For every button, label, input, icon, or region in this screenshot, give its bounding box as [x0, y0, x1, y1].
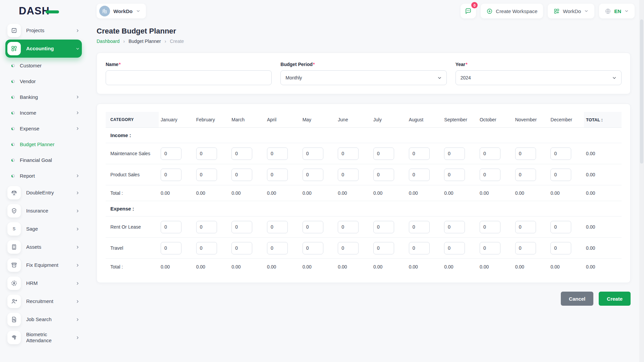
- chevron-down-icon: [136, 9, 141, 13]
- sidebar-item-label: HRM: [26, 280, 73, 286]
- budget-input-rent-or-lease-april[interactable]: [267, 221, 288, 233]
- budget-input-maintenance-sales-february[interactable]: [196, 147, 217, 160]
- budget-input-travel-august[interactable]: [409, 242, 430, 254]
- section-row-expense: Expense :: [106, 201, 622, 217]
- sidebar-item-budget-planner[interactable]: Budget Planner: [5, 136, 82, 152]
- sidebar-item-accounting[interactable]: Accounting: [5, 40, 82, 58]
- sidebar-item-expense[interactable]: Expense: [5, 121, 82, 136]
- name-input[interactable]: [106, 70, 272, 85]
- breadcrumb-dashboard[interactable]: Dashboard: [97, 39, 120, 44]
- budget-input-rent-or-lease-february[interactable]: [196, 221, 217, 233]
- sidebar-item-sage[interactable]: SSage: [5, 220, 82, 238]
- budget-input-product-sales-november[interactable]: [515, 169, 536, 181]
- budget-input-rent-or-lease-june[interactable]: [338, 221, 359, 233]
- sidebar-item-projects[interactable]: Projects: [5, 21, 82, 40]
- budget-input-product-sales-december[interactable]: [550, 169, 571, 181]
- budget-input-product-sales-may[interactable]: [303, 169, 323, 181]
- budget-input-travel-march[interactable]: [231, 242, 252, 254]
- messages-button[interactable]: 0: [461, 4, 476, 18]
- cancel-button[interactable]: Cancel: [561, 292, 593, 306]
- total-label: Total :: [106, 190, 159, 196]
- budget-input-rent-or-lease-october[interactable]: [480, 221, 500, 233]
- budget-period-select[interactable]: Monthly: [280, 70, 446, 85]
- budget-input-product-sales-april[interactable]: [267, 169, 288, 181]
- app-switcher-button[interactable]: WorkDo: [548, 4, 594, 18]
- topbar: DASH WorkDo 0 Create Workspace WorkDo: [0, 0, 639, 19]
- budget-input-maintenance-sales-january[interactable]: [161, 147, 181, 160]
- budget-input-maintenance-sales-july[interactable]: [373, 147, 394, 160]
- budget-input-product-sales-july[interactable]: [373, 169, 394, 181]
- month-input-cell: [336, 147, 371, 160]
- budget-input-maintenance-sales-june[interactable]: [338, 147, 359, 160]
- budget-input-maintenance-sales-december[interactable]: [550, 147, 571, 160]
- budget-input-travel-may[interactable]: [303, 242, 323, 254]
- budget-input-product-sales-january[interactable]: [161, 169, 181, 181]
- budget-input-maintenance-sales-october[interactable]: [480, 147, 500, 160]
- workspace-selector[interactable]: WorkDo: [97, 4, 146, 18]
- create-workspace-button[interactable]: Create Workspace: [481, 4, 543, 18]
- budget-input-travel-june[interactable]: [338, 242, 359, 254]
- budget-input-maintenance-sales-may[interactable]: [303, 147, 323, 160]
- budget-input-rent-or-lease-september[interactable]: [444, 221, 465, 233]
- budget-row-product-sales: Product Sales0.00: [106, 164, 622, 185]
- budget-input-travel-september[interactable]: [444, 242, 465, 254]
- budget-input-travel-december[interactable]: [550, 242, 571, 254]
- create-button[interactable]: Create: [599, 292, 631, 306]
- budget-input-rent-or-lease-march[interactable]: [231, 221, 252, 233]
- budget-input-travel-february[interactable]: [196, 242, 217, 254]
- sidebar-item-vendor[interactable]: Vendor: [5, 73, 82, 89]
- budget-input-maintenance-sales-august[interactable]: [409, 147, 430, 160]
- sidebar-item-hrm[interactable]: HRM: [5, 274, 82, 292]
- sidebar-item-report[interactable]: Report: [5, 168, 82, 184]
- budget-input-travel-october[interactable]: [480, 242, 500, 254]
- scrollbar-track[interactable]: [639, 0, 644, 362]
- budget-input-travel-july[interactable]: [373, 242, 394, 254]
- workspace-name: WorkDo: [113, 8, 132, 14]
- brand-logo[interactable]: DASH: [19, 5, 97, 17]
- scrollbar-thumb[interactable]: [640, 19, 643, 164]
- budget-input-product-sales-february[interactable]: [196, 169, 217, 181]
- month-input-cell: [478, 242, 513, 254]
- month-input-cell: [265, 242, 301, 254]
- budget-input-travel-april[interactable]: [267, 242, 288, 254]
- sidebar-item-income[interactable]: Income: [5, 105, 82, 121]
- sidebar-item-recruitment[interactable]: Recruitment: [5, 292, 82, 310]
- budget-input-rent-or-lease-july[interactable]: [373, 221, 394, 233]
- budget-input-maintenance-sales-april[interactable]: [267, 147, 288, 160]
- required-mark: *: [466, 62, 467, 67]
- budget-input-maintenance-sales-november[interactable]: [515, 147, 536, 160]
- budget-input-rent-or-lease-may[interactable]: [303, 221, 323, 233]
- budget-input-maintenance-sales-september[interactable]: [444, 147, 465, 160]
- sidebar-item-financial-goal[interactable]: Financial Goal: [5, 152, 82, 168]
- sidebar-item-fix-equipment[interactable]: Fix Equipment: [5, 256, 82, 274]
- budget-input-maintenance-sales-march[interactable]: [231, 147, 252, 160]
- budget-input-product-sales-june[interactable]: [338, 169, 359, 181]
- year-select[interactable]: 2024: [455, 70, 622, 85]
- budget-input-rent-or-lease-december[interactable]: [550, 221, 571, 233]
- month-total: 0.00: [548, 264, 584, 269]
- budget-input-product-sales-march[interactable]: [231, 169, 252, 181]
- budget-input-product-sales-september[interactable]: [444, 169, 465, 181]
- sidebar-item-doubleentry[interactable]: DoubleEntry: [5, 184, 82, 202]
- month-header-march: March: [229, 112, 265, 127]
- sidebar-item-job-search[interactable]: Job Search: [5, 310, 82, 328]
- budget-input-rent-or-lease-november[interactable]: [515, 221, 536, 233]
- sidebar-item-customer[interactable]: Customer: [5, 58, 82, 73]
- budget-input-product-sales-august[interactable]: [409, 169, 430, 181]
- budget-input-travel-november[interactable]: [515, 242, 536, 254]
- sidebar-item-biometric-attendance[interactable]: Biometric Attendance: [5, 328, 82, 347]
- budget-input-rent-or-lease-august[interactable]: [409, 221, 430, 233]
- breadcrumb-budget-planner[interactable]: Budget Planner: [128, 39, 161, 44]
- month-input-cell: [371, 169, 407, 181]
- sidebar-item-insurance[interactable]: Insurance: [5, 202, 82, 220]
- sidebar-item-assets[interactable]: Assets: [5, 238, 82, 256]
- budget-input-travel-january[interactable]: [161, 242, 181, 254]
- language-selector[interactable]: EN: [599, 4, 635, 18]
- sidebar-item-banking[interactable]: Banking: [5, 89, 82, 105]
- month-total: 0.00: [513, 264, 549, 269]
- month-input-cell: [265, 221, 301, 233]
- month-header-september: September: [442, 112, 478, 127]
- month-total: 0.00: [265, 264, 301, 269]
- budget-input-rent-or-lease-january[interactable]: [161, 221, 181, 233]
- budget-input-product-sales-october[interactable]: [480, 169, 500, 181]
